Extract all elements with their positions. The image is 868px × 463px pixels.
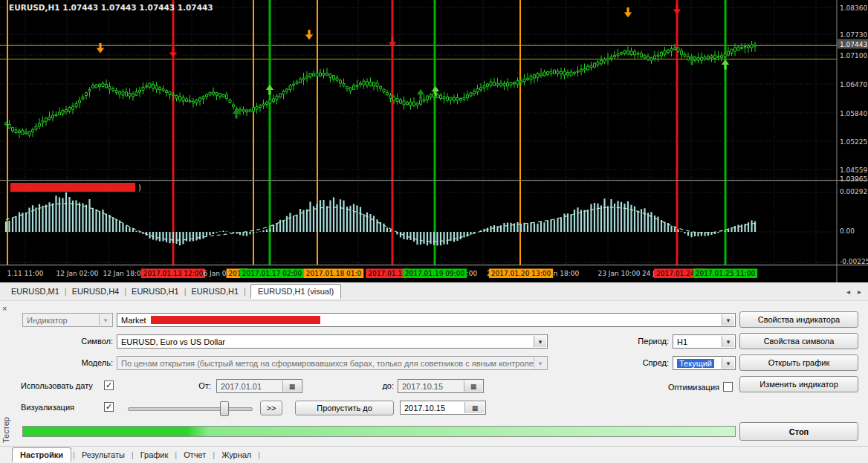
tester-panel: × Индикатор ▾ Market ▾ Свойства индикато… bbox=[0, 301, 868, 446]
visualization-checkbox[interactable]: ✓ bbox=[104, 402, 114, 412]
grid bbox=[0, 0, 837, 265]
open-chart-button[interactable]: Открыть график bbox=[739, 354, 858, 371]
calendar-icon[interactable]: ▦ bbox=[282, 381, 301, 392]
tabs-scroll-left-icon[interactable]: ◂ bbox=[844, 287, 852, 297]
tab-graph[interactable]: График bbox=[135, 449, 174, 461]
calendar-dropdown-icon[interactable]: ▦ bbox=[464, 402, 485, 413]
optimization-checkbox[interactable] bbox=[723, 382, 733, 392]
redacted-indicator-name bbox=[10, 183, 135, 192]
skip-date-value: 2017.10.15 bbox=[404, 404, 445, 412]
chevron-down-icon[interactable]: ▾ bbox=[534, 336, 546, 347]
to-date-value: 2017.10.15 bbox=[402, 382, 443, 391]
to-label: до: bbox=[366, 381, 394, 390]
indicator-scale-label: 0.00 bbox=[840, 227, 855, 235]
model-combo[interactable]: По ценам открытия (быстрый метод на сфор… bbox=[117, 356, 548, 370]
macd-histogram bbox=[6, 192, 755, 246]
price-scale-label: 1.04559 bbox=[840, 166, 867, 174]
visualization-slider[interactable] bbox=[128, 401, 253, 415]
tab-separator: | bbox=[123, 287, 128, 296]
chevron-down-icon[interactable]: ▾ bbox=[722, 314, 734, 326]
stop-button[interactable]: Стоп bbox=[739, 422, 858, 441]
tab-eurusd-h1-visual[interactable]: EURUSD,H1 (visual) bbox=[250, 284, 341, 299]
sell-arrow-icon bbox=[673, 4, 681, 15]
tab-eurusd-m1[interactable]: EURUSD,M1 bbox=[7, 285, 63, 298]
indicator-scale-label: 0.00292 bbox=[840, 188, 867, 195]
tester-type-value: Индикатор bbox=[27, 316, 68, 325]
time-axis-label: n 18:00 bbox=[554, 270, 580, 277]
tester-type-combo[interactable]: Индикатор ▾ bbox=[22, 313, 113, 327]
skip-to-button[interactable]: Пропустить до bbox=[295, 401, 394, 415]
tab-eurusd-h1-a[interactable]: EURUSD,H1 bbox=[128, 285, 183, 298]
sell-arrow-icon bbox=[624, 7, 632, 18]
buy-arrow-icon bbox=[417, 89, 424, 100]
skip-date-field[interactable]: 2017.10.15 ▦ bbox=[400, 401, 486, 415]
time-axis-label: 6 Jan 0 bbox=[203, 270, 226, 277]
sell-arrow-icon bbox=[305, 30, 313, 40]
tab-separator: | bbox=[63, 287, 68, 296]
time-axis-label: :00 bbox=[467, 270, 478, 277]
slider-thumb[interactable] bbox=[220, 401, 229, 416]
symbol-value: EURUSD, Euro vs US Dollar bbox=[121, 337, 225, 346]
tab-report[interactable]: Отчет bbox=[178, 449, 211, 461]
chevron-down-icon[interactable]: ▾ bbox=[722, 336, 734, 347]
expert-value: Market bbox=[121, 316, 146, 325]
price-scale-label: 1.07100 bbox=[840, 52, 867, 59]
model-label: Модель: bbox=[45, 358, 113, 367]
chevron-down-icon[interactable]: ▾ bbox=[534, 357, 546, 369]
modify-indicator-button[interactable]: Изменить индикатор bbox=[739, 376, 858, 392]
chart-panel: )EURUSD,H1 1.07443 1.07443 1.07443 1.074… bbox=[0, 0, 868, 282]
spread-combo[interactable]: Текущий ▾ bbox=[673, 356, 736, 370]
use-date-label: Использовать дату bbox=[21, 381, 100, 390]
price-scale-label: 1.07730 bbox=[840, 31, 867, 39]
symbol-combo[interactable]: EURUSD, Euro vs US Dollar ▾ bbox=[117, 334, 548, 349]
tab-scroll-controls: ◂ ▸ bbox=[844, 287, 864, 297]
tab-separator: | bbox=[256, 450, 262, 459]
spread-label: Спред: bbox=[623, 358, 669, 367]
buy-arrow-icon bbox=[266, 85, 273, 95]
tab-separator: | bbox=[183, 287, 188, 296]
tab-eurusd-h1-b[interactable]: EURUSD,H1 bbox=[188, 285, 243, 298]
price-scale-label: 1.05225 bbox=[840, 138, 867, 146]
from-date-field[interactable]: 2017.01.01 ▦ bbox=[216, 379, 302, 393]
close-tester-icon[interactable]: × bbox=[2, 304, 7, 313]
time-axis-label: 12 Jan 02:00 bbox=[56, 270, 99, 277]
tab-eurusd-h4[interactable]: EURUSD,H4 bbox=[68, 285, 123, 298]
tester-tab-bar: Настройки | Результаты | График | Отчет … bbox=[0, 446, 868, 463]
indicator-label-suffix: ) bbox=[138, 184, 141, 192]
pane-divider bbox=[0, 180, 868, 181]
time-axis-label: 2017.01.25 11:00 bbox=[696, 270, 756, 277]
tester-side-label[interactable]: Тестер bbox=[1, 417, 10, 443]
indicator-scale-label: -0.00225 bbox=[840, 258, 868, 265]
model-value: По ценам открытия (быстрый метод на сфор… bbox=[121, 359, 534, 368]
sell-arrow-icon bbox=[169, 48, 177, 58]
price-scale-label: 1.03965 bbox=[840, 175, 867, 183]
chart-tab-bar: EURUSD,M1 | EURUSD,H4 | EURUSD,H1 | EURU… bbox=[0, 282, 868, 301]
period-combo[interactable]: H1 ▾ bbox=[673, 334, 736, 349]
chart-header: EURUSD,H1 1.07443 1.07443 1.07443 1.0744… bbox=[9, 3, 213, 12]
use-date-checkbox[interactable]: ✓ bbox=[104, 381, 114, 390]
to-date-field[interactable]: 2017.10.15 ▦ bbox=[398, 379, 484, 393]
indicator-properties-button[interactable]: Свойства индикатора bbox=[739, 311, 858, 328]
chevron-down-icon[interactable]: ▾ bbox=[99, 314, 111, 326]
tab-separator: | bbox=[173, 450, 178, 459]
price-chart: )EURUSD,H1 1.07443 1.07443 1.07443 1.074… bbox=[0, 0, 868, 282]
tab-settings[interactable]: Настройки bbox=[12, 447, 71, 462]
period-label: Период: bbox=[623, 337, 669, 346]
tabs-scroll-right-icon[interactable]: ▸ bbox=[855, 287, 864, 297]
axis-divider bbox=[0, 265, 868, 265]
symbol-properties-button[interactable]: Свойства символа bbox=[739, 333, 858, 349]
calendar-icon[interactable]: ▦ bbox=[464, 381, 482, 392]
tab-journal[interactable]: Журнал bbox=[216, 449, 256, 461]
expert-combo[interactable]: Market ▾ bbox=[117, 313, 736, 327]
chevron-down-icon[interactable]: ▾ bbox=[722, 357, 734, 369]
price-scale-label: 1.07443 bbox=[840, 41, 867, 48]
slider-track bbox=[128, 407, 253, 411]
tab-results[interactable]: Результаты bbox=[77, 449, 130, 461]
fast-forward-button[interactable]: >> bbox=[260, 401, 282, 415]
time-axis-label: 12 Jan 18:00 bbox=[103, 270, 146, 277]
time-axis-label: 2017.01.19 09:00 bbox=[405, 270, 465, 277]
sell-arrow-icon bbox=[97, 43, 104, 54]
tab-separator: | bbox=[130, 450, 135, 459]
optimization-label: Оптимизация bbox=[657, 383, 719, 392]
time-axis-label: 2017.01.20 13:00 bbox=[491, 270, 551, 277]
